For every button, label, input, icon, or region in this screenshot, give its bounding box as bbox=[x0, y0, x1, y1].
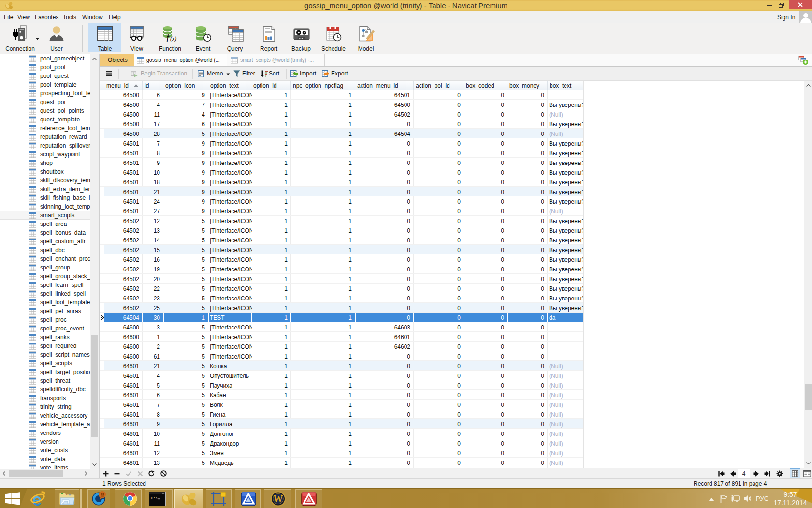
svg-text:(x): (x) bbox=[170, 35, 176, 42]
svg-text:e: e bbox=[32, 491, 42, 507]
svg-text:C:\: C:\ bbox=[151, 496, 158, 500]
svg-text:W: W bbox=[274, 493, 283, 504]
